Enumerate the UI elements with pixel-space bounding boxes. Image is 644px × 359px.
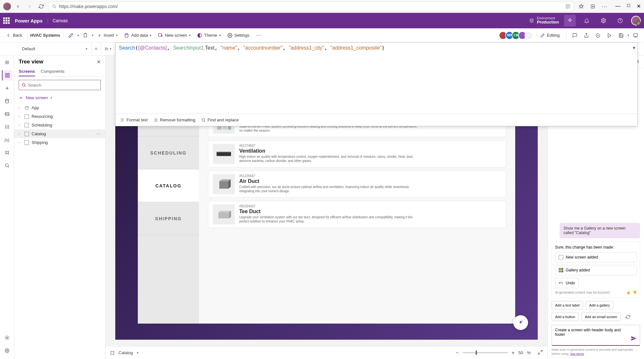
edit-pencil-icon[interactable] [66,30,76,41]
browser-more-icon[interactable]: ⋯ [600,2,609,11]
comments-icon[interactable] [570,30,580,41]
rail-media-icon[interactable] [2,109,12,119]
copilot-suggestion[interactable]: Add a button [552,313,579,321]
copilot-suggestion[interactable]: Add a gallery [586,301,613,309]
zoom-out-icon[interactable]: − [456,350,459,356]
formula-text[interactable]: Search([@Contacts], SearchInput1.Text, "… [116,43,637,114]
browser-refresh-icon[interactable] [37,2,46,11]
fit-screen-icon[interactable] [538,350,543,356]
collections-icon[interactable] [588,2,597,11]
window-minimize-icon[interactable]: — [615,3,620,9]
rail-search-icon[interactable] [2,160,12,171]
settings-button[interactable]: Settings [225,30,252,41]
rail-advanced-icon[interactable] [2,147,12,158]
stage-nav-shipping[interactable]: SHIPPING [138,202,199,235]
chevron-down-icon[interactable]: ▾ [628,33,629,37]
save-icon[interactable] [616,30,626,41]
copilot-undo-button[interactable]: Undo [555,278,579,288]
footer-screen-name[interactable]: Catalog [118,350,133,355]
formula-bar-expanded[interactable]: Search([@Contacts], SearchInput1.Text, "… [115,43,638,126]
tree-search-input[interactable] [19,80,101,90]
zoom-slider[interactable] [463,352,508,353]
rail-variables-icon[interactable]: (x) [2,135,12,145]
fx-button[interactable]: fx▾ [101,43,115,55]
stage-nav-catalog[interactable]: CATALOG [138,169,199,202]
catalog-card[interactable]: #55354567Tee DuctUpgrade your ventilatio… [208,201,506,228]
rail-flows-icon[interactable] [2,122,12,132]
add-data-button[interactable]: Add data▾ [121,30,154,41]
rail-settings-icon[interactable] [2,333,12,343]
app-launcher-icon[interactable] [565,4,571,9]
publish-icon[interactable] [630,30,641,41]
browser-profile-avatar[interactable] [3,3,11,10]
copilot-textarea[interactable]: Create a screen with header body and foo… [555,328,631,343]
tree-item-resourcing[interactable]: ›Resourcing [14,112,105,121]
browser-back-icon[interactable] [14,2,23,11]
tree-item-catalog[interactable]: ›Catalog⋯ [14,129,105,138]
theme-button[interactable]: Theme▾ [194,30,223,41]
favorites-icon[interactable] [577,2,586,11]
canvas-stage[interactable]: RESOURCING SCHEDULING CATALOG SHIPPING #… [115,104,538,340]
tree-item-shipping[interactable]: ›Shipping [14,138,105,147]
rail-insert-icon[interactable] [2,83,12,93]
catalog-card[interactable]: #51235567Air DuctCrafted with precision,… [208,171,506,198]
copilot-toggle-icon[interactable] [564,15,576,26]
copilot-input[interactable]: Create a screen with header body and foo… [552,325,640,346]
new-screen-button[interactable]: New screen▾ [155,30,193,41]
notifications-icon[interactable] [581,15,592,26]
collapse-formula-icon[interactable]: ▾ [633,45,635,51]
cmd-more-icon[interactable]: ⋯ [253,30,264,41]
property-selector[interactable]: Default▾ [18,43,91,55]
tree-close-icon[interactable]: ✕ [97,59,101,65]
chevron-down-icon[interactable]: ▾ [77,33,79,37]
format-text-button[interactable]: Format text [120,118,148,122]
copilot-chip-new-screen[interactable]: New screen added [555,252,637,262]
zoom-in-icon[interactable]: + [512,350,515,356]
app-launcher-waffle[interactable] [3,17,10,24]
tree-item-app[interactable]: ›App [14,103,105,112]
thumbs-down-icon[interactable]: 👎 [633,291,637,294]
tab-screens[interactable]: Screens [19,67,35,76]
product-brand[interactable]: Power Apps [15,18,43,24]
share-icon[interactable] [581,30,592,41]
stage-nav-scheduling[interactable]: SCHEDULING [138,137,199,169]
collaborator-avatars[interactable]: MPCB+3 [501,31,533,40]
insert-button[interactable]: Insert▾ [95,30,120,41]
rail-data-icon[interactable] [2,96,12,106]
find-replace-button[interactable]: Find and replace [201,118,239,122]
copilot-suggestion[interactable]: Add a text label [552,301,583,309]
paste-icon[interactable] [80,30,90,41]
window-close-icon[interactable]: ✕ [637,3,641,9]
address-bar[interactable]: https://make.powerapps.com/ [48,2,574,11]
browser-forward-icon[interactable] [25,2,34,11]
tree-item-more-icon[interactable]: ⋯ [96,131,101,136]
tree-new-screen-button[interactable]: New screen▾ [14,93,105,102]
window-maximize-icon[interactable] [626,3,631,9]
catalog-card[interactable]: #61274567VentilationHigh indoor air qual… [208,140,506,167]
app-type-label[interactable]: Canvas [48,18,68,23]
chevron-down-icon[interactable]: ▾ [137,351,138,354]
copilot-suggestion[interactable]: Add an email screen [581,313,620,321]
copilot-chip-gallery[interactable]: Gallery added [555,265,637,275]
tab-components[interactable]: Components [41,67,65,76]
remove-formatting-button[interactable]: Remove formatting [154,118,195,122]
copilot-fab-button[interactable] [513,315,528,330]
checker-icon[interactable] [593,30,603,41]
rail-tree-view-icon[interactable] [2,70,12,80]
environment-picker[interactable]: EnvironmentProduction [529,16,559,24]
preview-play-icon[interactable] [604,30,615,41]
rail-hamburger-icon[interactable] [2,57,12,68]
settings-gear-icon[interactable] [598,15,609,26]
copilot-send-icon[interactable] [631,335,637,343]
editing-mode[interactable]: Editing [537,30,563,41]
tree-search-field[interactable] [28,83,98,88]
chevron-down-icon[interactable]: ▾ [92,33,93,37]
copilot-refresh-icon[interactable] [623,313,632,321]
tree-item-scheduling[interactable]: ›Scheduling [14,121,105,129]
help-icon[interactable] [614,15,626,26]
user-avatar[interactable] [631,16,641,25]
thumbs-up-icon[interactable]: 👍 [626,291,630,294]
rail-ask-icon[interactable] [2,345,12,356]
copilot-terms-link[interactable]: See terms [570,352,584,355]
back-button[interactable]: Back [3,30,25,41]
